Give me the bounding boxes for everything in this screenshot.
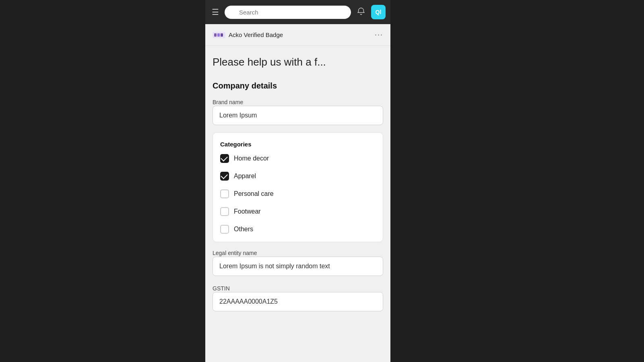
search-wrapper — [225, 6, 351, 19]
categories-card: Categories Home decor Apparel Personal c… — [213, 132, 383, 242]
checkbox-item-footwear[interactable]: Footwear — [220, 207, 376, 216]
hamburger-icon[interactable]: ☰ — [210, 6, 221, 19]
gstin-input[interactable] — [213, 292, 383, 311]
app-container: ☰ Ql Acko Verified Badge — [205, 0, 390, 362]
page-heading: Please help us with a f... — [213, 56, 383, 69]
svg-rect-4 — [217, 33, 220, 37]
avatar-button[interactable]: Ql — [371, 5, 386, 19]
form-content: Please help us with a f... Company detai… — [205, 46, 390, 328]
search-input[interactable] — [225, 6, 351, 19]
header-title: Acko Verified Badge — [229, 31, 283, 38]
checkbox-label-others: Others — [234, 226, 253, 233]
checkbox-label-footwear: Footwear — [234, 208, 261, 215]
checkbox-item-apparel[interactable]: Apparel — [220, 172, 376, 181]
checkbox-personal-care[interactable] — [220, 189, 229, 198]
brand-name-label: Brand name — [213, 99, 243, 105]
checkbox-label-home-decor: Home decor — [234, 155, 269, 162]
brand-name-input[interactable] — [213, 106, 383, 125]
gstin-label: GSTIN — [213, 285, 230, 292]
legal-entity-label: Legal entity name — [213, 250, 257, 256]
more-options-button[interactable]: ··· — [375, 31, 383, 39]
checkbox-item-others[interactable]: Others — [220, 225, 376, 234]
gstin-section: GSTIN — [213, 285, 383, 319]
top-bar: ☰ Ql — [205, 0, 390, 24]
checkbox-item-personal-care[interactable]: Personal care — [220, 189, 376, 198]
bell-icon[interactable] — [355, 5, 367, 19]
checkbox-others[interactable] — [220, 225, 229, 234]
checkbox-label-apparel: Apparel — [234, 173, 256, 180]
checkbox-item-home-decor[interactable]: Home decor — [220, 154, 376, 163]
section-title: Company details — [213, 81, 383, 90]
svg-rect-3 — [214, 33, 217, 37]
checkbox-label-personal-care: Personal care — [234, 190, 274, 197]
brand-badge: Acko Verified Badge — [213, 31, 283, 38]
checkbox-apparel[interactable] — [220, 172, 229, 181]
categories-title: Categories — [220, 141, 376, 148]
svg-rect-5 — [221, 33, 223, 37]
checkbox-footwear[interactable] — [220, 207, 229, 216]
legal-entity-input[interactable] — [213, 257, 383, 276]
acko-logo-icon — [213, 32, 225, 38]
checkbox-home-decor[interactable] — [220, 154, 229, 163]
header-bar: Acko Verified Badge ··· — [205, 24, 390, 46]
